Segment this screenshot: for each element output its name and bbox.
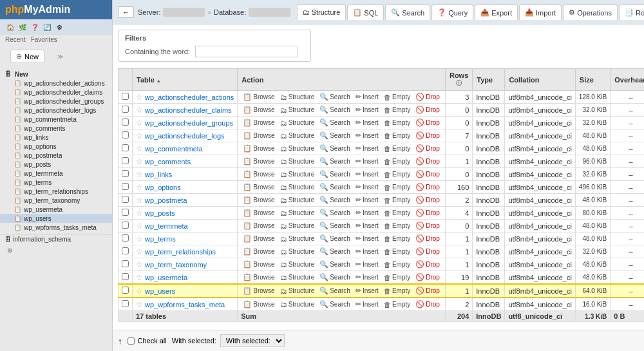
table-name-link[interactable]: wp_users	[145, 287, 175, 295]
structure-button[interactable]: 🗂 Structure	[278, 157, 317, 166]
browse-button[interactable]: 📋 Browse	[241, 299, 276, 309]
structure-button[interactable]: 🗂 Structure	[278, 287, 317, 296]
structure-button[interactable]: 🗂 Structure	[278, 209, 317, 218]
table-name-link[interactable]: wp_actionscheduler_claims	[145, 106, 232, 114]
structure-button[interactable]: 🗂 Structure	[278, 234, 317, 243]
star-icon[interactable]: ☆	[136, 183, 143, 192]
empty-button[interactable]: 🗑 Empty	[382, 183, 412, 192]
star-icon[interactable]: ☆	[136, 93, 143, 102]
row-checkbox[interactable]	[122, 93, 129, 100]
add-new-db-item[interactable]: ⊕	[0, 244, 112, 256]
filter-input[interactable]	[195, 46, 298, 57]
browse-button[interactable]: 📋 Browse	[241, 182, 276, 192]
empty-button[interactable]: 🗑 Empty	[382, 93, 412, 102]
star-icon[interactable]: ☆	[136, 300, 143, 309]
search-button[interactable]: 🔍 Search	[317, 247, 352, 256]
drop-button[interactable]: 🚫 Drop	[413, 260, 442, 269]
insert-button[interactable]: ✏ Insert	[354, 118, 381, 128]
drop-button[interactable]: 🚫 Drop	[413, 157, 442, 166]
insert-button[interactable]: ✏ Insert	[354, 221, 381, 231]
browse-button[interactable]: 📋 Browse	[241, 131, 276, 140]
search-button[interactable]: 🔍 Search	[317, 131, 352, 140]
search-button[interactable]: 🔍 Search	[317, 260, 352, 269]
structure-button[interactable]: 🗂 Structure	[278, 106, 317, 115]
structure-button[interactable]: 🗂 Structure	[278, 300, 317, 309]
drop-button[interactable]: 🚫 Drop	[413, 272, 442, 282]
browse-button[interactable]: 📋 Browse	[241, 92, 276, 102]
row-checkbox[interactable]	[122, 183, 129, 190]
empty-button[interactable]: 🗑 Empty	[382, 170, 412, 179]
table-name-link[interactable]: wp_actionscheduler_logs	[145, 132, 225, 140]
star-icon[interactable]: ☆	[136, 157, 143, 166]
sidebar-item-wp_terms[interactable]: 📋 wp_terms	[0, 178, 112, 187]
search-button[interactable]: 🔍 Search	[317, 272, 352, 282]
structure-button[interactable]: 🗂 Structure	[278, 119, 317, 128]
settings-small-icon[interactable]: ⚙	[54, 22, 64, 32]
star-icon[interactable]: ☆	[136, 222, 143, 231]
browse-button[interactable]: 📋 Browse	[241, 195, 276, 205]
sidebar-item-wp_actionscheduler_groups[interactable]: 📋 wp_actionscheduler_groups	[0, 97, 112, 106]
search-button[interactable]: 🔍 Search	[317, 234, 352, 243]
sidebar-item-wp_posts[interactable]: 📋 wp_posts	[0, 160, 112, 169]
tab-import[interactable]: 📥 Import	[519, 5, 562, 20]
insert-button[interactable]: ✏ Insert	[354, 247, 381, 256]
insert-button[interactable]: ✏ Insert	[354, 260, 381, 269]
row-checkbox[interactable]	[122, 144, 129, 151]
drop-button[interactable]: 🚫 Drop	[413, 118, 442, 128]
row-checkbox[interactable]	[122, 106, 129, 113]
browse-button[interactable]: 📋 Browse	[241, 157, 276, 166]
empty-button[interactable]: 🗑 Empty	[382, 287, 412, 296]
empty-button[interactable]: 🗑 Empty	[382, 260, 412, 269]
star-icon[interactable]: ☆	[136, 209, 143, 218]
empty-button[interactable]: 🗑 Empty	[382, 157, 412, 166]
structure-button[interactable]: 🗂 Structure	[278, 196, 317, 205]
sidebar-item-wp_actionscheduler_actions[interactable]: 📋 wp_actionscheduler_actions	[0, 79, 112, 88]
home-icon[interactable]: 🏠	[5, 22, 15, 32]
sidebar-item-wp_actionscheduler_claims[interactable]: 📋 wp_actionscheduler_claims	[0, 88, 112, 97]
search-button[interactable]: 🔍 Search	[317, 299, 352, 309]
information-schema-item[interactable]: 🗄 information_schema	[0, 234, 112, 244]
star-icon[interactable]: ☆	[136, 106, 143, 115]
insert-button[interactable]: ✏ Insert	[354, 92, 381, 102]
browse-button[interactable]: 📋 Browse	[241, 105, 276, 115]
refresh-icon[interactable]: 🔄	[42, 22, 52, 32]
structure-button[interactable]: 🗂 Structure	[278, 247, 317, 256]
tab-export[interactable]: 📤 Export	[475, 5, 518, 20]
star-icon[interactable]: ☆	[136, 247, 143, 256]
sidebar-item-wp_usermeta[interactable]: 📋 wp_usermeta	[0, 205, 112, 214]
star-icon[interactable]: ☆	[136, 144, 143, 153]
row-checkbox[interactable]	[122, 131, 129, 138]
table-name-link[interactable]: wp_options	[145, 184, 181, 191]
tab-query[interactable]: ❓ Query	[431, 5, 473, 20]
empty-button[interactable]: 🗑 Empty	[382, 119, 412, 128]
star-icon[interactable]: ☆	[136, 273, 143, 282]
structure-button[interactable]: 🗂 Structure	[278, 183, 317, 192]
structure-button[interactable]: 🗂 Structure	[278, 170, 317, 179]
empty-button[interactable]: 🗑 Empty	[382, 209, 412, 218]
insert-button[interactable]: ✏ Insert	[354, 144, 381, 153]
star-icon[interactable]: ☆	[136, 119, 143, 128]
structure-button[interactable]: 🗂 Structure	[278, 93, 317, 102]
tab-routines[interactable]: 📑 Routines	[619, 5, 644, 20]
insert-button[interactable]: ✏ Insert	[354, 208, 381, 218]
drop-button[interactable]: 🚫 Drop	[413, 286, 442, 296]
favorites-link[interactable]: Favorites	[31, 36, 57, 43]
leaf-icon[interactable]: 🌿	[17, 22, 28, 32]
row-checkbox[interactable]	[122, 273, 129, 280]
star-icon[interactable]: ☆	[136, 131, 143, 140]
browse-button[interactable]: 📋 Browse	[241, 272, 276, 282]
empty-button[interactable]: 🗑 Empty	[382, 196, 412, 205]
star-icon[interactable]: ☆	[136, 196, 143, 205]
empty-button[interactable]: 🗑 Empty	[382, 144, 412, 153]
insert-button[interactable]: ✏ Insert	[354, 195, 381, 205]
sidebar-item-wp_wpforms_tasks_meta[interactable]: 📋 wp_wpforms_tasks_meta	[0, 223, 112, 232]
row-checkbox[interactable]	[122, 209, 129, 216]
browse-button[interactable]: 📋 Browse	[241, 260, 276, 269]
table-name-link[interactable]: wp_postmeta	[145, 196, 187, 204]
browse-button[interactable]: 📋 Browse	[241, 221, 276, 231]
structure-button[interactable]: 🗂 Structure	[278, 222, 317, 231]
sidebar-item-wp_term_relationships[interactable]: 📋 wp_term_relationships	[0, 187, 112, 196]
tab-search[interactable]: 🔍 Search	[385, 5, 430, 20]
recent-link[interactable]: Recent	[5, 36, 26, 43]
browse-button[interactable]: 📋 Browse	[241, 247, 276, 256]
